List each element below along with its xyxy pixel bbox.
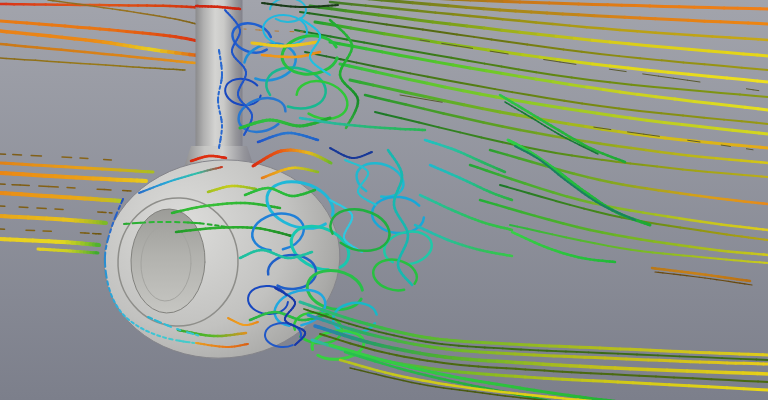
cfd-visualization [0,0,768,400]
cfd-viewport-canvas[interactable] [0,0,768,400]
